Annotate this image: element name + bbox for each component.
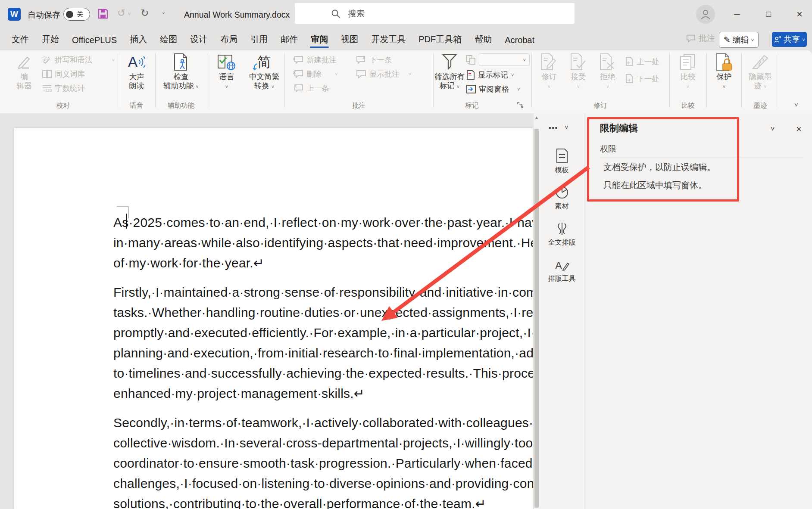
markup-dialog-launcher[interactable] [517, 102, 524, 109]
reviewing-pane-label: 审阅窗格 [479, 84, 509, 94]
previous-change-icon [625, 57, 634, 66]
thesaurus-button[interactable]: 同义词库 [42, 69, 115, 79]
compare-button[interactable]: 比较 ˅ [673, 52, 703, 91]
check-accessibility-button[interactable]: 检查 辅助功能 ˅ [159, 52, 203, 91]
read-aloud-button[interactable]: A 大声 朗读 [120, 52, 153, 90]
sidebar-chevron-icon[interactable]: ˅ [565, 124, 568, 131]
read-aloud-icon: A [128, 52, 145, 72]
track-changes-button[interactable]: 修订 ˅ [536, 52, 562, 91]
editing-mode-button[interactable]: ✎ 编辑 ˅ [719, 32, 759, 48]
comment-icon [686, 34, 696, 43]
minimize-button[interactable]: ─ [731, 8, 743, 21]
hide-ink-line2: 迹 ˅ [754, 81, 767, 91]
filter-markup-line1: 筛选所有 [434, 72, 465, 81]
reviewing-pane-button[interactable]: 审阅窗格 ˅ [466, 84, 531, 94]
sidebar-item-full-layout[interactable]: 全文排版 [540, 222, 584, 247]
redo-button[interactable]: ↻ [141, 7, 149, 19]
tab-review[interactable]: 审阅 [304, 34, 334, 50]
group-label-comments: 批注 [284, 101, 433, 110]
accept-button[interactable]: 接受 ˅ [565, 52, 592, 91]
accessibility-icon [173, 52, 189, 72]
sidebar-item-assets[interactable]: 素材 [540, 186, 584, 211]
save-button[interactable] [97, 8, 109, 20]
tab-mailings[interactable]: 邮件 [274, 34, 304, 50]
tab-acrobat[interactable]: Acrobat [498, 35, 541, 50]
group-divider [118, 53, 118, 107]
tab-home[interactable]: 开始 [35, 34, 66, 50]
display-for-review-row: ˅ [466, 53, 531, 66]
hide-ink-button[interactable]: 隐藏墨 迹 ˅ [744, 52, 776, 91]
document-page[interactable]: As·2025·comes·to·an·end,·I·reflect·on·my… [14, 128, 533, 509]
tab-view[interactable]: 视图 [334, 34, 365, 50]
show-comments-button[interactable]: 显示批注 ˅ [356, 69, 411, 79]
undo-button[interactable]: ↺ [117, 7, 125, 19]
filter-markup-button[interactable]: 筛选所有 标记 ˅ [435, 52, 464, 91]
editor-button[interactable]: 编 辑器 [10, 52, 38, 90]
scrollbar-thumb[interactable] [534, 129, 539, 508]
tab-pdf-tools[interactable]: PDF工具箱 [412, 34, 468, 50]
group-label-speech: 语音 [118, 101, 155, 110]
tab-draw[interactable]: 绘图 [153, 34, 184, 50]
tab-file[interactable]: 文件 [5, 34, 35, 50]
new-comment-button[interactable]: 新建批注 [293, 55, 337, 65]
assets-pie-icon [555, 186, 569, 199]
collapse-ribbon-chevron[interactable]: ˅ [794, 101, 798, 109]
show-comments-icon [356, 70, 366, 78]
title-bar: W 自动保存 关 ↺ ˅ ↻ ⌄ Annual Work Summary.doc… [0, 0, 812, 28]
tab-officeplus[interactable]: OfficePLUS [66, 35, 123, 50]
panel-close-icon[interactable]: × [796, 124, 802, 135]
track-changes-label: 修订 [542, 72, 557, 81]
next-comment-icon [356, 56, 366, 64]
user-avatar[interactable] [696, 5, 715, 24]
tab-layout[interactable]: 布局 [214, 34, 244, 50]
word-window: W 自动保存 关 ↺ ˅ ↻ ⌄ Annual Work Summary.doc… [0, 0, 812, 509]
filter-markup-line2: 标记 ˅ [440, 81, 459, 91]
protect-button[interactable]: 保护 ˅ [709, 52, 739, 91]
text-line: to·timelines·and·successfully·achieving·… [113, 363, 533, 383]
layout-tools-icon: A [555, 259, 569, 272]
simplified-traditional-icon: 简 [257, 52, 271, 72]
panel-collapse-chevron[interactable]: ˅ [771, 125, 775, 133]
search-input[interactable]: 搜索 [295, 3, 575, 24]
conversion-label-line2: 转换 ˅ [254, 81, 274, 91]
comments-button[interactable]: 批注 [686, 33, 715, 44]
next-comment-button[interactable]: 下一条 [356, 55, 411, 65]
tab-design[interactable]: 设计 [184, 34, 214, 50]
spelling-grammar-button[interactable]: 字A 拼写和语法 ˅ [42, 55, 115, 65]
chevron-down-icon: ˅ [523, 57, 526, 62]
quick-access-more-button[interactable]: ⌄ [161, 9, 166, 15]
svg-text:=123: =123 [43, 88, 52, 92]
sidebar-item-layout-tools[interactable]: A 排版工具 [540, 259, 584, 283]
sidebar-item-template[interactable]: 模板 [540, 149, 584, 175]
tab-references[interactable]: 引用 [244, 34, 274, 50]
tab-help[interactable]: 帮助 [468, 34, 498, 50]
document-text[interactable]: As·2025·comes·to·an·end,·I·reflect·on·my… [113, 212, 533, 509]
vertical-scrollbar[interactable]: ▲ [534, 113, 540, 509]
group-divider [284, 53, 285, 107]
chinese-conversion-button[interactable]: 简 中文简繁 转换 ˅ [245, 52, 284, 91]
display-for-review-select[interactable]: ˅ [479, 53, 530, 66]
previous-comment-label: 上一条 [306, 83, 329, 93]
changes-nav-column: 上一处 下一处 [625, 56, 659, 84]
undo-chevron-icon[interactable]: ˅ [128, 11, 131, 16]
close-button[interactable]: × [793, 8, 806, 21]
word-count-label: 字数统计 [55, 83, 85, 93]
share-button[interactable]: 共享 ˅ [772, 32, 807, 47]
next-change-button[interactable]: 下一处 [625, 74, 659, 84]
autosave-toggle[interactable]: 关 [63, 8, 90, 21]
word-count-button[interactable]: =123 字数统计 [42, 83, 115, 93]
show-markup-button[interactable]: 显示标记 ˅ [466, 70, 531, 80]
previous-comment-button[interactable]: 上一条 [293, 83, 337, 93]
language-button[interactable]: 语言 ˅ [211, 52, 242, 91]
group-divider [531, 53, 532, 107]
scroll-up-icon[interactable]: ▲ [534, 115, 539, 120]
tab-developer[interactable]: 开发工具 [365, 34, 412, 50]
delete-comment-button[interactable]: 删除 ˅ [293, 69, 337, 79]
tab-insert[interactable]: 插入 [123, 34, 153, 50]
reject-button[interactable]: 拒绝 ˅ [594, 52, 621, 91]
toggle-knob-icon [66, 11, 73, 18]
maximize-button[interactable]: □ [762, 8, 775, 21]
previous-change-button[interactable]: 上一处 [625, 56, 659, 67]
chevron-down-icon: ˅ [723, 84, 725, 89]
sidebar-more-icon[interactable]: ⋯ [548, 123, 559, 134]
